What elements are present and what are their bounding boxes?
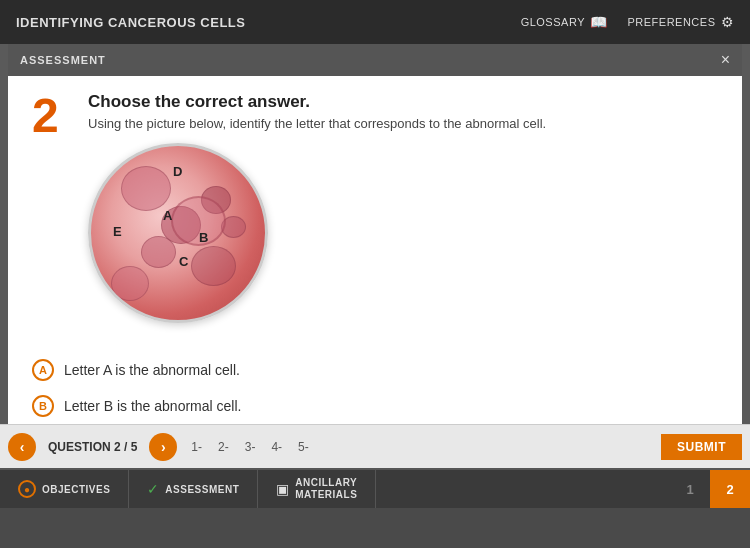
cell-label-c: C [179, 254, 188, 269]
page-2-button[interactable]: 2 [710, 470, 750, 508]
glossary-label: GLOSSARY [521, 16, 585, 28]
cell-image-container: D A B C E [88, 143, 718, 323]
next-button[interactable]: › [149, 433, 177, 461]
top-header: IDENTIFYING CANCEROUS CELLS GLOSSARY 📖 P… [0, 0, 750, 44]
preferences-button[interactable]: PREFERENCES ⚙ [627, 14, 734, 30]
dot-1[interactable]: 1- [185, 436, 208, 458]
ancillary-materials-tab[interactable]: ▣ ANCILLARY MATERIALS [258, 470, 376, 508]
check-icon: ✓ [147, 481, 159, 497]
dot-5[interactable]: 5- [292, 436, 315, 458]
answer-text-a: Letter A is the abnormal cell. [64, 362, 240, 378]
footer-bar: ● OBJECTIVES ✓ ASSESSMENT ▣ ANCILLARY MA… [0, 468, 750, 508]
assessment-panel: ASSESSMENT × 2 Choose the correct answer… [8, 44, 742, 424]
assessment-header: ASSESSMENT × [8, 44, 742, 76]
cell-label-b: B [199, 230, 208, 245]
question-dots: 1- 2- 3- 4- 5- [185, 436, 653, 458]
app-title: IDENTIFYING CANCEROUS CELLS [16, 15, 245, 30]
answer-option-b[interactable]: B Letter B is the abnormal cell. [32, 395, 718, 417]
answers-area: A Letter A is the abnormal cell. B Lette… [8, 351, 742, 424]
close-button[interactable]: × [721, 52, 730, 68]
question-subtitle: Using the picture below, identify the le… [88, 116, 718, 131]
book-icon: 📖 [590, 14, 608, 30]
dot-3[interactable]: 3- [239, 436, 262, 458]
assessment-label: ASSESSMENT [165, 484, 239, 495]
doc-icon: ▣ [276, 481, 289, 497]
assessment-tab[interactable]: ✓ ASSESSMENT [129, 470, 258, 508]
answer-circle-a: A [32, 359, 54, 381]
nav-bar: ‹ QUESTION 2 / 5 › 1- 2- 3- 4- 5- SUBMIT [0, 424, 750, 468]
question-number: 2 [32, 92, 72, 335]
question-title: Choose the correct answer. [88, 92, 718, 112]
footer-page-numbers: 1 2 [670, 470, 750, 508]
question-counter: QUESTION 2 / 5 [48, 440, 137, 454]
header-controls: GLOSSARY 📖 PREFERENCES ⚙ [521, 14, 734, 30]
materials-label: MATERIALS [295, 489, 357, 501]
ancillary-label: ANCILLARY [295, 477, 357, 489]
assessment-panel-title: ASSESSMENT [20, 54, 106, 66]
main-content: ASSESSMENT × 2 Choose the correct answer… [0, 44, 750, 424]
answer-text-b: Letter B is the abnormal cell. [64, 398, 241, 414]
cell-label-e: E [113, 224, 122, 239]
objectives-icon: ● [18, 480, 36, 498]
objectives-label: OBJECTIVES [42, 484, 110, 495]
submit-button[interactable]: SUBMIT [661, 434, 742, 460]
answer-option-a[interactable]: A Letter A is the abnormal cell. [32, 359, 718, 381]
glossary-button[interactable]: GLOSSARY 📖 [521, 14, 608, 30]
answer-circle-b: B [32, 395, 54, 417]
dot-4[interactable]: 4- [265, 436, 288, 458]
dot-2[interactable]: 2- [212, 436, 235, 458]
cell-label-a: A [163, 208, 172, 223]
question-content: Choose the correct answer. Using the pic… [88, 92, 718, 335]
assessment-body: 2 Choose the correct answer. Using the p… [8, 76, 742, 351]
preferences-label: PREFERENCES [627, 16, 715, 28]
cell-label-d: D [173, 164, 182, 179]
prev-button[interactable]: ‹ [8, 433, 36, 461]
cell-image: D A B C E [88, 143, 268, 323]
gear-icon: ⚙ [721, 14, 735, 30]
objectives-tab[interactable]: ● OBJECTIVES [0, 470, 129, 508]
page-1-button[interactable]: 1 [670, 470, 710, 508]
